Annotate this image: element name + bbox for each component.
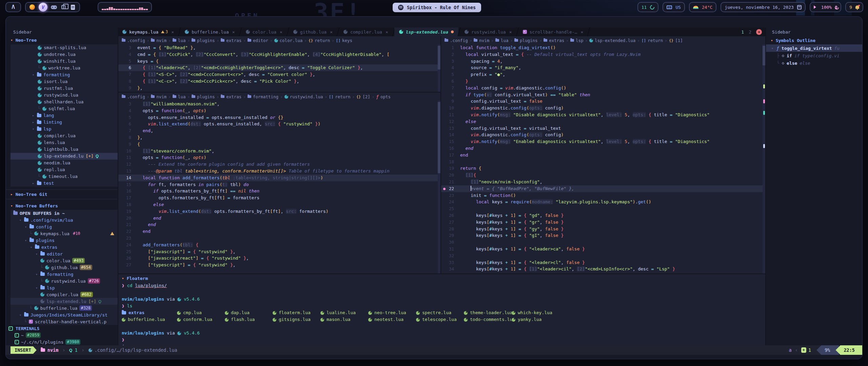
breadcrumb-item[interactable]: nvim bbox=[151, 94, 166, 99]
breadcrumb-item[interactable]: lua bbox=[495, 38, 509, 43]
tab-close-button[interactable]: × bbox=[171, 29, 174, 35]
breadcrumb-item[interactable]: editor bbox=[248, 38, 268, 43]
tree-item-scrollbar-handle-vertical-p[interactable]: └scrollbar-handle-vertical.p bbox=[11, 318, 118, 325]
weather-widget[interactable]: 24°C bbox=[689, 2, 716, 12]
code-line[interactable]: 9}, bbox=[118, 85, 440, 92]
breadcrumb-item[interactable]: extras bbox=[221, 38, 241, 43]
scrollbar-handle[interactable] bbox=[438, 46, 440, 69]
breadcrumb-item[interactable]: lsp bbox=[570, 38, 584, 43]
tree-item-lsp-extended-lu[interactable]: lsp-extended.lu[+] bbox=[11, 298, 118, 305]
tab-compiler-lua[interactable]: compiler.lua× bbox=[339, 27, 393, 36]
tree-item-rustywind-lua[interactable]: └rustywind.lua#726 bbox=[11, 278, 118, 284]
breadcrumb-item[interactable]: extras bbox=[221, 94, 241, 99]
code-line[interactable]: 9{ bbox=[118, 141, 440, 148]
tab-close-button[interactable]: × bbox=[329, 29, 333, 35]
tab-github-lua[interactable]: github.lua× bbox=[289, 27, 337, 36]
tab-close-button[interactable]: × bbox=[509, 29, 512, 35]
code-line[interactable]: 12 else bbox=[441, 118, 765, 125]
neo-tree-buffers-header[interactable]: ▾ Neo-Tree Buffers bbox=[6, 202, 118, 210]
tree-item-juegos-indies-steamlibrary-st[interactable]: ▾Juegos/Indies/SteamLibrary/st bbox=[11, 311, 118, 318]
windows-icon[interactable] bbox=[60, 4, 66, 10]
breadcrumb-item[interactable]: ƒopts bbox=[376, 94, 391, 99]
breadcrumb-item[interactable]: color.lua bbox=[274, 38, 303, 43]
code-line[interactable]: 15 for ft, formatters in pairs(t: tbl) d… bbox=[118, 181, 440, 188]
code-line[interactable]: 11 vim.notify(msg: "Disable diagnostics … bbox=[441, 111, 765, 118]
terminals-header[interactable]: ❯ TERMINALS bbox=[6, 325, 118, 332]
breadcrumb-item[interactable]: {}[1] bbox=[669, 38, 683, 43]
breadcrumb-item[interactable]: plugins bbox=[192, 94, 215, 99]
code-line[interactable]: 10 vim.diagnostic.config(opts: config) bbox=[441, 105, 765, 111]
breadcrumb-item[interactable]: extras bbox=[544, 38, 564, 43]
code-line[interactable]: 7 local config = vim.diagnostic.config() bbox=[441, 85, 765, 92]
tabpage-1[interactable]: 1 bbox=[741, 29, 744, 35]
breadcrumb-item[interactable]: []return bbox=[642, 38, 663, 43]
breadcrumb-item[interactable]: lua bbox=[173, 38, 186, 43]
breadcrumb-item[interactable]: plugins bbox=[192, 38, 215, 43]
vivaldi-icon[interactable]: V bbox=[39, 3, 47, 12]
code-line[interactable]: 15 vim.notify(msg: "Enabled diagnostics … bbox=[441, 138, 765, 145]
files-icon[interactable] bbox=[70, 4, 76, 10]
scrollbar-track[interactable] bbox=[438, 44, 440, 92]
code-line[interactable]: 14 vim.diagnostic.config(opts: config) bbox=[441, 131, 765, 138]
code-line[interactable]: 7 end, bbox=[118, 127, 440, 134]
code-line[interactable]: 31 keys[#keys + 1] = { "<leader>ca", fal… bbox=[441, 246, 765, 252]
code-line[interactable]: 19 vim.list_extend(dst: opts.formatters_… bbox=[118, 208, 440, 215]
code-line[interactable]: 27 keys[#keys + 1] = { "gr", false } bbox=[441, 219, 765, 226]
breadcrumb-item[interactable]: lsp-extended.lua bbox=[589, 38, 635, 43]
tab-close-button[interactable]: × bbox=[279, 29, 282, 35]
breadcrumb-item[interactable]: []keys bbox=[336, 38, 352, 43]
code-line[interactable]: 17 opts.formatters_by_ft[ft] = formatter… bbox=[118, 195, 440, 201]
tree-item-lsp[interactable]: ▾lsp bbox=[11, 126, 118, 133]
tree-item-sqlfmt-lua[interactable]: └sqlfmt.lua bbox=[11, 105, 118, 112]
tree-item-repl-lua[interactable]: repl.lua bbox=[11, 166, 118, 173]
symbol-item-else[interactable]: └◇elseelse bbox=[766, 59, 862, 67]
code-line[interactable]: 22 event = { "BufReadPre", "BufNewFile" … bbox=[441, 185, 765, 192]
code-line[interactable]: 25 bbox=[441, 205, 765, 212]
code-line[interactable]: 28 keys[#keys + 1] = { "gy", false } bbox=[441, 226, 765, 232]
tab-bufferline-lua[interactable]: bufferline.lua× bbox=[180, 27, 239, 36]
code-line[interactable]: 2 local virtual_text = { -- Default virt… bbox=[441, 51, 765, 58]
code-line[interactable]: 14 local function add_formatters(tbl :ta… bbox=[118, 175, 440, 181]
code-line[interactable]: 21 [1]"neovim/nvim-lspconfig", bbox=[441, 179, 765, 185]
tree-item-rustfmt-lua[interactable]: rustfmt.lua bbox=[11, 85, 118, 92]
breadcrumb-item[interactable]: rustywind.lua bbox=[284, 94, 323, 99]
code-line[interactable]: 27 ["typescript"] = { "rustywind" }, bbox=[118, 262, 440, 268]
tree-item-smart-splits-lua[interactable]: smart-splits.lua bbox=[11, 44, 118, 51]
breadcrumb-item[interactable]: .config bbox=[122, 94, 145, 99]
code-line[interactable]: 20 end bbox=[118, 215, 440, 222]
code-line[interactable]: 18 bbox=[441, 159, 765, 165]
tree-item-winshift-lua[interactable]: winshift.lua bbox=[11, 58, 118, 65]
code-line[interactable]: 5 opts.ensure_installed = opts.ensure_in… bbox=[118, 114, 440, 121]
tree-item-github-lua[interactable]: └github.lua#654 bbox=[11, 264, 118, 271]
code-line[interactable]: 23 bbox=[118, 235, 440, 242]
code-line[interactable]: 6 { [1]"<leader>uC", [2]"<cmd>CccHighlig… bbox=[118, 64, 440, 71]
code-line[interactable]: 23 init = function() bbox=[441, 192, 765, 199]
scrollbar-handle[interactable] bbox=[438, 102, 440, 173]
symbol-item-if[interactable]: ├◇ifif type(config.vi bbox=[766, 52, 862, 59]
breadcrumb-item[interactable]: []return bbox=[329, 94, 350, 99]
scrollbar-track[interactable] bbox=[763, 44, 765, 273]
code-line[interactable]: 6 } bbox=[441, 78, 765, 85]
tab-close-button[interactable]: × bbox=[232, 29, 235, 35]
scrollbar-handle[interactable] bbox=[763, 46, 765, 65]
code-line[interactable]: 10 [1]"stevearc/conform.nvim", bbox=[118, 148, 440, 155]
code-line[interactable]: 33 keys[#keys + 1] = { "<leader>cl", fal… bbox=[441, 259, 765, 266]
code-line[interactable]: 30 bbox=[441, 239, 765, 246]
tree-item-undotree-lua[interactable]: undotree.lua bbox=[11, 51, 118, 58]
breadcrumb-item[interactable]: formatting bbox=[248, 94, 278, 99]
firefox-icon[interactable] bbox=[29, 4, 35, 10]
tree-item-lens-lua[interactable]: lens.lua bbox=[11, 139, 118, 146]
tree-item-neodim-lua[interactable]: neodim.lua bbox=[11, 160, 118, 166]
breadcrumb-item[interactable]: {}[2] bbox=[356, 94, 370, 99]
tree-item-rustywind-lua[interactable]: rustywind.lua bbox=[11, 92, 118, 99]
code-line[interactable]: 11 opts = function(_, opts) bbox=[118, 154, 440, 161]
breadcrumb-item[interactable]: lua bbox=[173, 94, 186, 99]
tree-item-compiler-lua[interactable]: compiler.lua#682 bbox=[11, 291, 118, 298]
breadcrumb-item[interactable]: .config bbox=[122, 38, 145, 43]
code-line[interactable]: 5 prefix = "●", bbox=[441, 71, 765, 78]
code-line[interactable]: 29 keys[#keys + 1] = { "gI", false } bbox=[441, 232, 765, 239]
code-line[interactable]: 26 keys[#keys + 1] = { "gd", false } bbox=[441, 212, 765, 219]
tree-item-lsp[interactable]: ▾lsp bbox=[11, 284, 118, 291]
tree-item-lightbulb-lua[interactable]: lightbulb.lua bbox=[11, 146, 118, 153]
close-all-button[interactable]: × bbox=[756, 29, 762, 35]
